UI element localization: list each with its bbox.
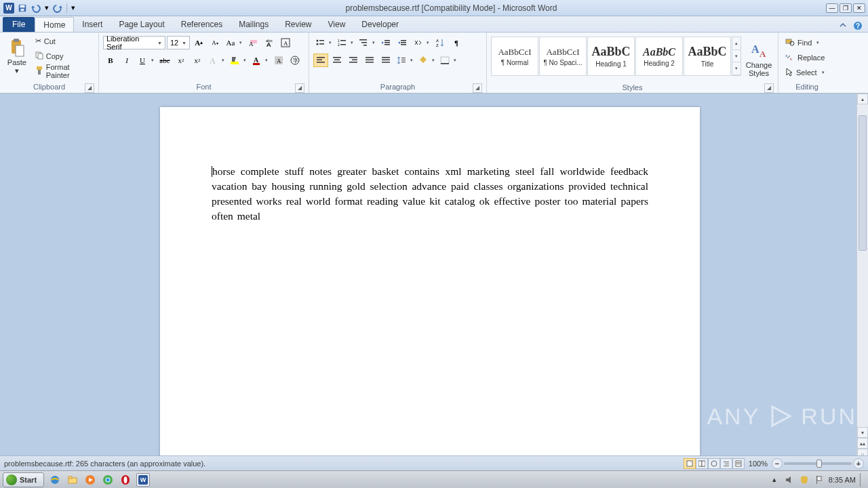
undo-icon[interactable] xyxy=(30,2,42,14)
phonetic-guide-button[interactable]: abcA xyxy=(262,36,277,49)
decrease-indent-button[interactable] xyxy=(378,36,393,49)
minimize-ribbon-icon[interactable] xyxy=(837,20,849,32)
qat-customize-icon[interactable]: ▾ xyxy=(70,3,77,14)
tab-view[interactable]: View xyxy=(320,17,354,32)
zoom-out-button[interactable]: − xyxy=(772,458,783,469)
scroll-up-button[interactable]: ▴ xyxy=(857,94,868,104)
line-spacing-button[interactable]: ▾ xyxy=(395,56,415,65)
volume-icon[interactable] xyxy=(784,474,795,485)
close-button[interactable]: ✕ xyxy=(853,3,865,13)
zoom-level[interactable]: 100% xyxy=(749,460,768,468)
select-button[interactable]: Select ▾ xyxy=(783,65,827,79)
sort-button[interactable]: AZ xyxy=(433,36,448,49)
style-title[interactable]: AaBbCTitle xyxy=(684,37,731,76)
grow-font-button[interactable]: A▴ xyxy=(191,36,206,49)
character-border-button[interactable]: A xyxy=(278,36,293,49)
flag-icon[interactable] xyxy=(814,474,825,485)
tab-mailings[interactable]: Mailings xyxy=(231,17,277,32)
media-player-icon[interactable] xyxy=(83,473,97,487)
word-taskbar-icon[interactable]: W xyxy=(136,473,150,487)
document-text[interactable]: horse complete stuff notes greater baske… xyxy=(212,164,648,224)
paste-button[interactable]: Paste▾ xyxy=(4,34,30,80)
zoom-thumb[interactable] xyxy=(816,460,822,468)
tab-developer[interactable]: Developer xyxy=(353,17,407,32)
style-heading1[interactable]: AaBbCHeading 1 xyxy=(587,37,635,76)
font-name-combo[interactable]: Liberation Serif▼ xyxy=(103,36,165,49)
redo-icon[interactable] xyxy=(52,2,64,14)
chrome-icon[interactable] xyxy=(101,473,115,487)
borders-button[interactable]: ▾ xyxy=(438,56,458,64)
opera-icon[interactable] xyxy=(119,473,132,487)
tab-page-layout[interactable]: Page Layout xyxy=(111,17,172,32)
numbering-button[interactable]: 12▾ xyxy=(335,39,355,47)
scroll-thumb[interactable] xyxy=(859,115,867,251)
enclose-characters-button[interactable]: 字 xyxy=(288,54,302,67)
tab-home[interactable]: Home xyxy=(35,17,74,32)
shading-button[interactable]: ▾ xyxy=(416,56,437,65)
style-scroll-more-icon[interactable]: ▾ xyxy=(732,62,741,75)
style-scroll-down-icon[interactable]: ▾ xyxy=(732,50,741,63)
justify-button[interactable] xyxy=(362,54,377,67)
paragraph-launcher-icon[interactable]: ◢ xyxy=(473,83,482,93)
word-logo-icon[interactable]: W xyxy=(3,2,15,14)
clipboard-launcher-icon[interactable]: ◢ xyxy=(85,83,94,93)
draft-view-button[interactable] xyxy=(732,458,745,469)
file-tab[interactable]: File xyxy=(3,17,35,32)
subscript-button[interactable]: x2 xyxy=(174,54,189,67)
character-shading-button[interactable]: A xyxy=(271,54,286,67)
show-desktop-button[interactable] xyxy=(860,473,865,487)
style-normal[interactable]: AaBbCcI¶ Normal xyxy=(491,37,538,76)
tab-review[interactable]: Review xyxy=(277,17,319,32)
align-center-button[interactable] xyxy=(330,54,344,67)
superscript-button[interactable]: x2 xyxy=(190,54,205,67)
underline-button[interactable]: U▾ xyxy=(136,56,156,64)
bullets-button[interactable]: ▾ xyxy=(313,39,334,47)
increase-indent-button[interactable] xyxy=(395,36,410,49)
italic-button[interactable]: I xyxy=(119,54,134,67)
multilevel-list-button[interactable]: ▾ xyxy=(357,39,377,47)
style-heading2[interactable]: AaBbCHeading 2 xyxy=(635,37,683,76)
font-color-button[interactable]: A▾ xyxy=(250,56,270,65)
font-size-combo[interactable]: 12▼ xyxy=(167,36,190,49)
find-button[interactable]: Find ▾ xyxy=(783,35,827,49)
clock[interactable]: 8:35 AM xyxy=(829,476,856,484)
cut-button[interactable]: ✂ Cut xyxy=(33,34,94,48)
bold-button[interactable]: B xyxy=(103,54,118,67)
document-page[interactable]: horse complete stuff notes greater baske… xyxy=(160,107,700,470)
tab-references[interactable]: References xyxy=(173,17,231,32)
previous-page-button[interactable]: ▴▴ xyxy=(857,438,868,449)
font-launcher-icon[interactable]: ◢ xyxy=(295,83,304,93)
print-layout-view-button[interactable] xyxy=(684,458,696,469)
style-no-spacing[interactable]: AaBbCcI¶ No Spaci... xyxy=(539,37,587,76)
status-text[interactable]: problemsbecause.rtf: 265 characters (an … xyxy=(4,460,684,468)
asian-layout-button[interactable]: ▾ xyxy=(411,39,431,47)
style-scroll-up-icon[interactable]: ▴ xyxy=(732,37,741,50)
explorer-icon[interactable] xyxy=(66,473,79,487)
clear-formatting-button[interactable]: A xyxy=(245,36,260,49)
outline-view-button[interactable] xyxy=(720,458,732,469)
copy-button[interactable]: Copy xyxy=(33,49,94,63)
zoom-in-button[interactable]: + xyxy=(853,458,864,469)
replace-button[interactable]: ab Replace xyxy=(783,50,827,64)
format-painter-button[interactable]: Format Painter xyxy=(33,64,94,78)
minimize-button[interactable]: — xyxy=(826,3,838,13)
highlight-button[interactable]: ▾ xyxy=(228,56,248,65)
full-screen-reading-view-button[interactable] xyxy=(696,458,708,469)
undo-dropdown-icon[interactable]: ▾ xyxy=(43,3,50,14)
tray-arrow-icon[interactable]: ▴ xyxy=(769,474,780,485)
change-styles-button[interactable]: AA Change Styles xyxy=(744,37,774,83)
change-case-button[interactable]: Aa▾ xyxy=(224,39,244,47)
shield-icon[interactable] xyxy=(799,474,810,485)
ie-icon[interactable] xyxy=(48,473,62,487)
distributed-button[interactable] xyxy=(378,54,393,67)
restore-button[interactable]: ❐ xyxy=(840,3,852,13)
styles-launcher-icon[interactable]: ◢ xyxy=(764,83,774,93)
show-hide-button[interactable]: ¶ xyxy=(449,36,464,49)
strikethrough-button[interactable]: abc xyxy=(157,54,172,67)
scroll-down-button[interactable]: ▾ xyxy=(857,427,868,438)
shrink-font-button[interactable]: A▾ xyxy=(208,36,222,49)
text-effects-button[interactable]: A▾ xyxy=(206,56,226,65)
start-button[interactable]: Start xyxy=(3,472,44,487)
align-right-button[interactable] xyxy=(346,54,361,67)
help-icon[interactable]: ? xyxy=(852,20,864,32)
